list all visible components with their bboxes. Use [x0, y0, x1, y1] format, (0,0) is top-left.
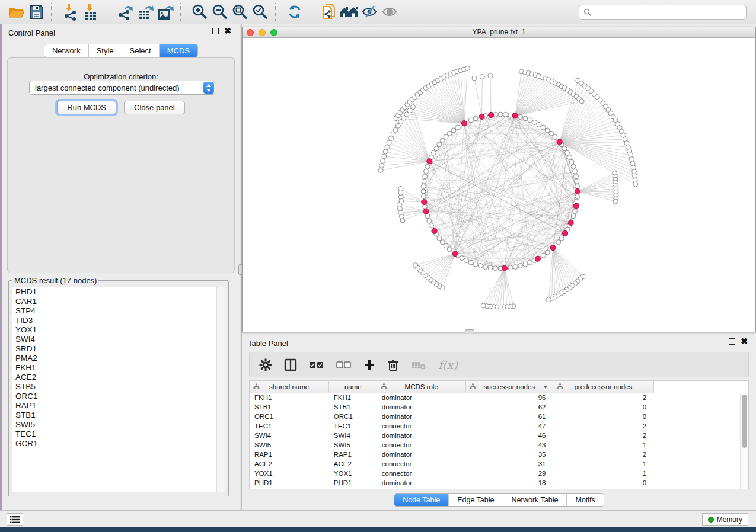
- column-header-predecessor-nodes[interactable]: predecessor nodes: [553, 381, 653, 393]
- table-row[interactable]: FKH1FKH1dominator962: [250, 393, 748, 402]
- table-settings-icon[interactable]: [259, 358, 272, 371]
- delete-column-icon[interactable]: [387, 358, 399, 371]
- refresh-icon[interactable]: [285, 2, 305, 21]
- network-node[interactable]: [488, 265, 493, 270]
- network-node[interactable]: [447, 247, 452, 252]
- result-node-item[interactable]: YOX1: [12, 325, 225, 335]
- column-header-successor-nodes[interactable]: successor nodes: [466, 381, 553, 393]
- network-node[interactable]: [422, 174, 427, 179]
- network-hub-node[interactable]: [502, 265, 507, 271]
- close-table-panel-icon[interactable]: ✖: [741, 338, 748, 345]
- network-leaf-node[interactable]: [378, 168, 383, 172]
- table-row[interactable]: SWI4SWI4dominator462: [250, 431, 748, 440]
- network-leaf-node[interactable]: [480, 74, 484, 79]
- network-node[interactable]: [575, 194, 580, 199]
- search-field[interactable]: [579, 5, 747, 20]
- hide-details-icon[interactable]: [359, 2, 379, 21]
- network-leaf-node[interactable]: [579, 99, 584, 104]
- network-node[interactable]: [473, 116, 478, 121]
- network-node[interactable]: [444, 243, 448, 248]
- result-node-item[interactable]: CAR1: [12, 297, 225, 306]
- memory-button[interactable]: Memory: [702, 513, 748, 526]
- network-leaf-node[interactable]: [382, 154, 387, 159]
- network-node[interactable]: [518, 264, 523, 268]
- network-node[interactable]: [440, 240, 445, 245]
- network-leaf-node[interactable]: [381, 159, 385, 164]
- network-node[interactable]: [565, 150, 570, 155]
- network-node[interactable]: [498, 112, 503, 117]
- export-image-icon[interactable]: [155, 2, 176, 21]
- network-node[interactable]: [444, 134, 448, 139]
- zoom-out-icon[interactable]: [210, 2, 230, 21]
- network-leaf-node[interactable]: [389, 136, 394, 141]
- float-table-panel-icon[interactable]: [729, 338, 735, 345]
- tab-edge-table[interactable]: Edge Table: [448, 494, 502, 506]
- network-from-file-icon[interactable]: [319, 2, 339, 21]
- network-node[interactable]: [468, 260, 473, 265]
- network-node[interactable]: [508, 265, 513, 270]
- window-zoom-icon[interactable]: [270, 29, 277, 36]
- zoom-selected-icon[interactable]: [250, 2, 270, 21]
- network-hub-node[interactable]: [557, 139, 562, 145]
- network-node[interactable]: [528, 118, 532, 123]
- network-node[interactable]: [422, 179, 426, 184]
- zoom-in-icon[interactable]: [190, 2, 210, 21]
- network-node[interactable]: [537, 122, 541, 127]
- network-node[interactable]: [464, 258, 469, 263]
- result-node-item[interactable]: STB5: [12, 382, 225, 392]
- network-node[interactable]: [575, 199, 579, 204]
- run-mcds-button[interactable]: Run MCDS: [57, 101, 116, 114]
- network-node[interactable]: [562, 146, 567, 151]
- network-leaf-node[interactable]: [383, 149, 388, 154]
- network-node[interactable]: [460, 256, 464, 261]
- network-node[interactable]: [556, 240, 561, 245]
- network-hub-node[interactable]: [568, 220, 573, 225]
- network-node[interactable]: [513, 265, 518, 270]
- network-node[interactable]: [425, 164, 430, 169]
- network-node[interactable]: [518, 114, 523, 119]
- network-hub-node[interactable]: [427, 159, 432, 164]
- table-scrollbar[interactable]: [740, 393, 748, 489]
- import-table-icon[interactable]: [81, 2, 101, 21]
- task-history-button[interactable]: [7, 513, 23, 526]
- network-canvas[interactable]: [243, 38, 755, 332]
- result-node-item[interactable]: SWI5: [12, 420, 225, 430]
- result-node-item[interactable]: STB1: [12, 411, 225, 420]
- network-node[interactable]: [523, 262, 528, 267]
- node-table[interactable]: shared namenameMCDS rolesuccessor nodesp…: [249, 380, 749, 489]
- table-row[interactable]: SWI5SWI5connector431: [250, 440, 748, 450]
- network-node[interactable]: [421, 184, 426, 188]
- network-node[interactable]: [427, 219, 432, 223]
- result-node-item[interactable]: PMA2: [12, 354, 225, 363]
- tab-network-table[interactable]: Network Table: [503, 494, 567, 506]
- network-node[interactable]: [574, 174, 579, 179]
- mcds-result-list[interactable]: PHD1CAR1STP4TID3YOX1SWI4SRD1PMA2FKH1ACE2…: [12, 287, 225, 492]
- table-row[interactable]: ORC1ORC1dominator610: [250, 412, 748, 421]
- network-node[interactable]: [431, 150, 436, 155]
- column-header-name[interactable]: name: [329, 381, 377, 393]
- network-leaf-node[interactable]: [546, 297, 551, 302]
- network-node[interactable]: [541, 125, 546, 130]
- tab-node-table[interactable]: Node Table: [394, 494, 448, 506]
- network-leaf-node[interactable]: [481, 303, 486, 308]
- network-hub-node[interactable]: [461, 121, 467, 126]
- network-leaf-node[interactable]: [398, 187, 403, 191]
- window-minimize-icon[interactable]: [259, 29, 266, 36]
- zoom-fit-icon[interactable]: [230, 2, 250, 21]
- network-node[interactable]: [473, 262, 478, 267]
- network-leaf-node[interactable]: [379, 163, 384, 168]
- result-node-item[interactable]: STP4: [12, 306, 225, 316]
- network-leaf-node[interactable]: [387, 140, 391, 145]
- network-node[interactable]: [528, 260, 532, 265]
- result-node-item[interactable]: ORC1: [12, 392, 225, 401]
- network-leaf-node[interactable]: [488, 73, 493, 78]
- network-hub-node[interactable]: [422, 199, 427, 204]
- network-node[interactable]: [559, 236, 564, 241]
- network-hub-node[interactable]: [512, 113, 518, 118]
- close-panel-button[interactable]: Close panel: [124, 101, 185, 114]
- network-node[interactable]: [545, 250, 550, 255]
- network-node[interactable]: [468, 118, 473, 123]
- network-node[interactable]: [573, 209, 578, 214]
- show-columns-icon[interactable]: [284, 358, 297, 371]
- open-file-icon[interactable]: [6, 2, 26, 21]
